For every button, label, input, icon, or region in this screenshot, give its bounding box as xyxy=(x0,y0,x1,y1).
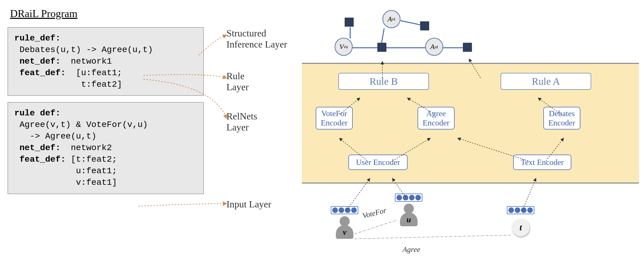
feat-val-2c: v:feat1] xyxy=(14,177,197,189)
edge-2 xyxy=(352,47,377,48)
edge-6 xyxy=(443,47,463,48)
rule-def-1: rule_def: xyxy=(14,33,61,43)
net-val-1: network1 xyxy=(61,57,112,66)
factor-square-4 xyxy=(463,43,472,52)
node-vvu: Vvu xyxy=(335,38,353,56)
net-val-2: network2 xyxy=(61,143,112,153)
label-relnets: RelNets Layer xyxy=(226,111,257,133)
feat-val-1a: [u:feat1; xyxy=(66,68,122,78)
vector-u xyxy=(395,194,422,202)
vector-t xyxy=(507,206,534,214)
node-avt: Avt xyxy=(382,10,400,28)
net-def-2: net_def: xyxy=(14,143,61,153)
label-structured: Structured Inference Layer xyxy=(226,28,287,50)
rule-def-2: rule def: xyxy=(14,108,61,118)
votefor-encoder: VoteFor Encoder xyxy=(316,107,353,129)
rule-a-box: Rule A xyxy=(501,73,591,90)
agree-label: Agree xyxy=(403,245,420,254)
user-u-icon: u xyxy=(399,204,419,229)
rule-body-2a: Agree(v,t) & VoteFor(v,u) xyxy=(14,119,197,131)
factor-square-3 xyxy=(420,21,429,30)
feat-val-2a: [t:feat2; xyxy=(66,155,117,164)
program-panel: DRaiL Program rule_def: Debates(u,t) -> … xyxy=(8,8,204,259)
feat-def-2: feat_def: xyxy=(14,155,66,164)
factor-square-1 xyxy=(345,18,354,27)
code-box-1: rule_def: Debates(u,t) -> Agree(u,t) net… xyxy=(8,27,204,96)
factor-square-2 xyxy=(377,43,386,52)
user-v-icon: v xyxy=(335,216,355,241)
rule-body-1: Debates(u,t) -> Agree(u,t) xyxy=(14,44,197,56)
rule-body-2b: -> Agree(u,t) xyxy=(14,131,197,142)
user-encoder: User Encoder xyxy=(348,155,408,170)
agree-encoder: Agree Encoder xyxy=(418,107,455,129)
edge-1 xyxy=(350,27,351,38)
vector-v xyxy=(331,206,358,214)
votefor-label: VoteFor xyxy=(361,206,387,220)
label-input: Input Layer xyxy=(226,199,271,210)
label-rule: Rule Layer xyxy=(226,70,249,93)
t-node-icon: t xyxy=(512,219,530,236)
node-aut: Aut xyxy=(425,38,443,56)
debates-encoder: Debates Encoder xyxy=(543,107,580,129)
net-def-1: net_def: xyxy=(14,57,61,66)
rule-b-box: Rule B xyxy=(338,73,429,90)
edge-4 xyxy=(381,28,385,43)
feat-val-1b: t:feat2] xyxy=(14,79,197,91)
program-title: DRaiL Program xyxy=(10,8,204,20)
text-encoder: Text Encoder xyxy=(513,155,571,170)
edge-3 xyxy=(386,47,425,48)
architecture-panel: Vvu Avt Aut Rule B Rule A VoteFor Encode… xyxy=(302,8,639,259)
code-box-2: rule def: Agree(v,t) & VoteFor(v,u) -> A… xyxy=(8,102,204,194)
edge-5 xyxy=(400,20,420,25)
feat-def-1: feat_def: xyxy=(14,68,66,78)
feat-val-2b: u:feat1; xyxy=(14,165,197,177)
